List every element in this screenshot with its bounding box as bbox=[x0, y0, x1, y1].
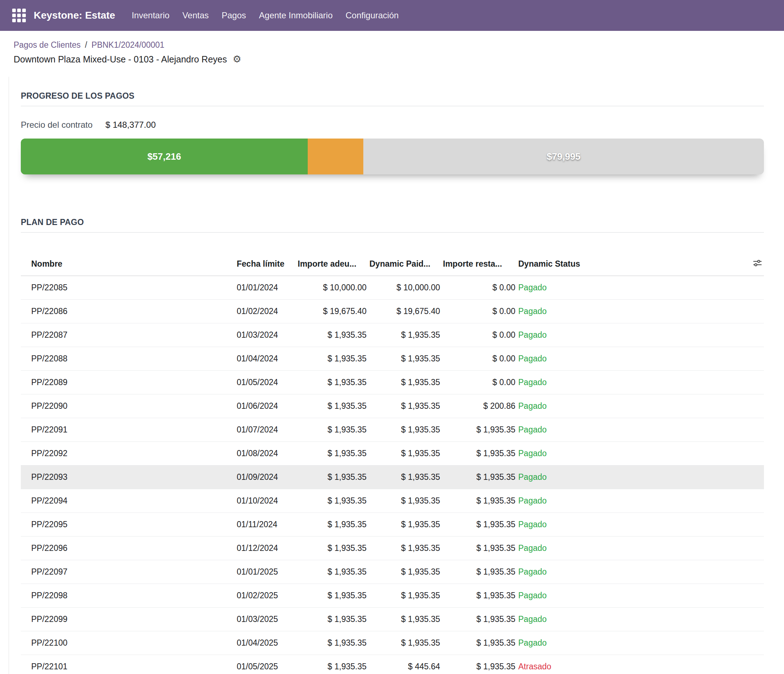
breadcrumb-separator: / bbox=[81, 40, 92, 50]
contract-price-row: Precio del contrato $ 148,377.00 bbox=[21, 120, 764, 130]
table-row-PP-22091[interactable]: PP/2209101/07/2024$ 1,935.35$ 1,935.35$ … bbox=[21, 418, 764, 442]
row-amount-due: $ 1,935.35 bbox=[297, 536, 369, 560]
row-name: PP/22093 bbox=[21, 465, 236, 489]
row-spacer bbox=[741, 323, 764, 347]
table-row-PP-22095[interactable]: PP/2209501/11/2024$ 1,935.35$ 1,935.35$ … bbox=[21, 512, 764, 536]
row-amount-due: $ 10,000.00 bbox=[297, 276, 369, 299]
row-status: Pagado bbox=[518, 347, 741, 370]
column-header-deadline[interactable]: Fecha límite bbox=[236, 253, 297, 276]
row-amount-remaining: $ 0.00 bbox=[442, 347, 518, 370]
row-deadline: 01/02/2025 bbox=[236, 584, 297, 607]
app-brand[interactable]: Keystone: Estate bbox=[34, 10, 115, 21]
row-amount-due: $ 1,935.35 bbox=[297, 465, 369, 489]
row-status: Pagado bbox=[518, 465, 741, 489]
table-row-PP-22096[interactable]: PP/2209601/12/2024$ 1,935.35$ 1,935.35$ … bbox=[21, 536, 764, 560]
column-header-dynamic-status[interactable]: Dynamic Status bbox=[518, 253, 741, 276]
row-spacer bbox=[741, 347, 764, 370]
row-spacer bbox=[741, 536, 764, 560]
row-deadline: 01/05/2024 bbox=[236, 370, 297, 394]
table-row-PP-22099[interactable]: PP/2209901/03/2025$ 1,935.35$ 1,935.35$ … bbox=[21, 607, 764, 631]
row-name: PP/22100 bbox=[21, 631, 236, 655]
row-status: Pagado bbox=[518, 560, 741, 584]
row-status: Pagado bbox=[518, 418, 741, 442]
row-dynamic-paid: $ 1,935.35 bbox=[369, 607, 442, 631]
row-status: Pagado bbox=[518, 607, 741, 631]
nav-item-ventas[interactable]: Ventas bbox=[176, 0, 215, 31]
row-dynamic-paid: $ 1,935.35 bbox=[369, 465, 442, 489]
table-row-PP-22097[interactable]: PP/2209701/01/2025$ 1,935.35$ 1,935.35$ … bbox=[21, 560, 764, 584]
row-name: PP/22099 bbox=[21, 607, 236, 631]
row-name: PP/22094 bbox=[21, 489, 236, 512]
contract-price-value: $ 148,377.00 bbox=[106, 120, 156, 130]
row-deadline: 01/03/2025 bbox=[236, 607, 297, 631]
table-row-PP-22087[interactable]: PP/2208701/03/2024$ 1,935.35$ 1,935.35$ … bbox=[21, 323, 764, 347]
row-deadline: 01/07/2024 bbox=[236, 418, 297, 442]
table-row-PP-22088[interactable]: PP/2208801/04/2024$ 1,935.35$ 1,935.35$ … bbox=[21, 347, 764, 370]
row-status: Pagado bbox=[518, 631, 741, 655]
row-amount-due: $ 1,935.35 bbox=[297, 370, 369, 394]
payments-progress-bar: $57,216 $79,995 bbox=[21, 139, 764, 175]
column-header-name[interactable]: Nombre bbox=[21, 253, 236, 276]
apps-grid-icon[interactable] bbox=[12, 9, 26, 22]
row-amount-due: $ 1,935.35 bbox=[297, 442, 369, 465]
row-spacer bbox=[741, 560, 764, 584]
row-deadline: 01/09/2024 bbox=[236, 465, 297, 489]
row-name: PP/22097 bbox=[21, 560, 236, 584]
table-row-PP-22089[interactable]: PP/2208901/05/2024$ 1,935.35$ 1,935.35$ … bbox=[21, 370, 764, 394]
nav-item-agente-inmobiliario[interactable]: Agente Inmobiliario bbox=[252, 0, 339, 31]
gear-icon[interactable]: ⚙ bbox=[233, 55, 241, 64]
optional-columns-icon[interactable] bbox=[753, 258, 762, 268]
column-header-amount-due[interactable]: Importe adeu... bbox=[297, 253, 369, 276]
table-row-PP-22101[interactable]: PP/2210101/05/2025$ 1,935.35$ 445.64$ 1,… bbox=[21, 655, 764, 674]
row-amount-remaining: $ 1,935.35 bbox=[442, 560, 518, 584]
row-status: Pagado bbox=[518, 442, 741, 465]
row-status: Pagado bbox=[518, 489, 741, 512]
row-spacer bbox=[741, 442, 764, 465]
row-dynamic-paid: $ 1,935.35 bbox=[369, 512, 442, 536]
row-amount-due: $ 1,935.35 bbox=[297, 607, 369, 631]
breadcrumb-parent-link[interactable]: Pagos de Clientes bbox=[14, 40, 81, 50]
row-spacer bbox=[741, 418, 764, 442]
table-row-PP-22085[interactable]: PP/2208501/01/2024$ 10,000.00$ 10,000.00… bbox=[21, 276, 764, 299]
row-name: PP/22101 bbox=[21, 655, 236, 674]
row-amount-remaining: $ 200.86 bbox=[442, 394, 518, 418]
row-status: Pagado bbox=[518, 370, 741, 394]
table-row-PP-22090[interactable]: PP/2209001/06/2024$ 1,935.35$ 1,935.35$ … bbox=[21, 394, 764, 418]
table-row-PP-22092[interactable]: PP/2209201/08/2024$ 1,935.35$ 1,935.35$ … bbox=[21, 442, 764, 465]
row-deadline: 01/06/2024 bbox=[236, 394, 297, 418]
nav-menu: InventarioVentasPagosAgente Inmobiliario… bbox=[125, 0, 405, 31]
row-amount-due: $ 1,935.35 bbox=[297, 347, 369, 370]
row-amount-remaining: $ 1,935.35 bbox=[442, 536, 518, 560]
row-dynamic-paid: $ 1,935.35 bbox=[369, 370, 442, 394]
table-row-PP-22093[interactable]: PP/2209301/09/2024$ 1,935.35$ 1,935.35$ … bbox=[21, 465, 764, 489]
row-spacer bbox=[741, 655, 764, 674]
row-amount-remaining: $ 0.00 bbox=[442, 323, 518, 347]
breadcrumb-current-link[interactable]: PBNK1/2024/00001 bbox=[92, 40, 164, 50]
table-row-PP-22100[interactable]: PP/2210001/04/2025$ 1,935.35$ 1,935.35$ … bbox=[21, 631, 764, 655]
column-header-dynamic-paid[interactable]: Dynamic Paid... bbox=[369, 253, 442, 276]
row-amount-due: $ 1,935.35 bbox=[297, 323, 369, 347]
nav-item-inventario[interactable]: Inventario bbox=[125, 0, 176, 31]
table-row-PP-22098[interactable]: PP/2209801/02/2025$ 1,935.35$ 1,935.35$ … bbox=[21, 584, 764, 607]
progress-section-heading: PROGRESO DE LOS PAGOS bbox=[21, 91, 764, 106]
row-spacer bbox=[741, 512, 764, 536]
row-amount-remaining: $ 0.00 bbox=[442, 276, 518, 299]
page-title: Downtown Plaza Mixed-Use - 0103 - Alejan… bbox=[14, 54, 227, 65]
nav-item-configuración[interactable]: Configuración bbox=[339, 0, 405, 31]
row-status: Pagado bbox=[518, 584, 741, 607]
row-spacer bbox=[741, 465, 764, 489]
row-name: PP/22096 bbox=[21, 536, 236, 560]
plan-table-body: PP/2208501/01/2024$ 10,000.00$ 10,000.00… bbox=[21, 276, 764, 674]
row-amount-due: $ 1,935.35 bbox=[297, 631, 369, 655]
row-deadline: 01/11/2024 bbox=[236, 512, 297, 536]
nav-item-pagos[interactable]: Pagos bbox=[215, 0, 252, 31]
row-spacer bbox=[741, 370, 764, 394]
row-spacer bbox=[741, 607, 764, 631]
column-header-amount-remaining[interactable]: Importe resta... bbox=[442, 253, 518, 276]
progress-remaining-label: $79,995 bbox=[547, 151, 581, 162]
row-amount-due: $ 1,935.35 bbox=[297, 655, 369, 674]
row-amount-remaining: $ 1,935.35 bbox=[442, 418, 518, 442]
table-row-PP-22094[interactable]: PP/2209401/10/2024$ 1,935.35$ 1,935.35$ … bbox=[21, 489, 764, 512]
table-row-PP-22086[interactable]: PP/2208601/02/2024$ 19,675.40$ 19,675.40… bbox=[21, 299, 764, 323]
row-deadline: 01/04/2024 bbox=[236, 347, 297, 370]
